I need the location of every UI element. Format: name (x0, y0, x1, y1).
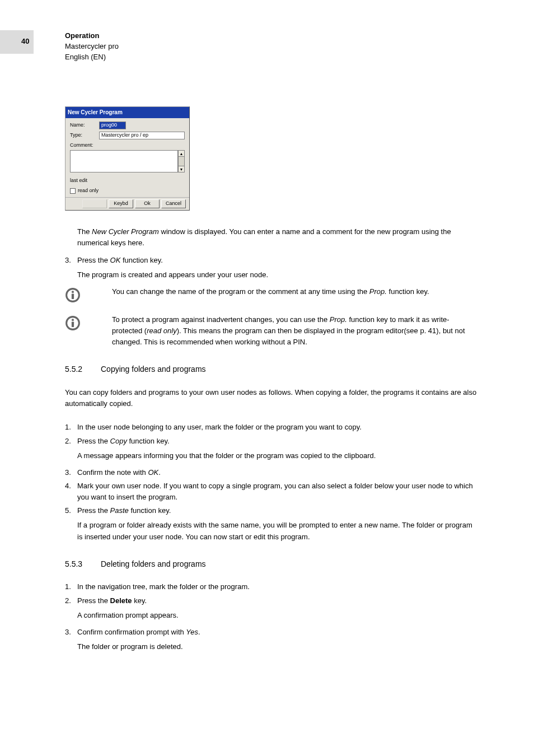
text-bold: Delete (110, 596, 132, 605)
text-italic: Copy (110, 437, 127, 445)
svg-rect-2 (72, 293, 74, 299)
header-line2: Mastercycler pro (65, 41, 119, 52)
scroll-down-icon[interactable]: ▼ (178, 166, 185, 172)
info-icon (65, 286, 112, 306)
list-body: In the navigation tree, mark the folder … (77, 581, 479, 592)
list-item: 2. Press the Delete key. (65, 595, 479, 606)
info-text: You can change the name of the program o… (112, 286, 479, 297)
scroll-up-icon[interactable]: ▲ (178, 150, 185, 157)
list-number: 3. (65, 467, 77, 478)
list-item: 3. Confirm the note with OK. (65, 467, 479, 478)
list-item: 1. In the navigation tree, mark the fold… (65, 581, 479, 592)
dialog-title: New Cycler Program (65, 107, 189, 118)
text: function key. (129, 506, 171, 515)
list-number: 5. (65, 505, 77, 516)
section-number: 5.5.3 (65, 558, 101, 571)
svg-rect-5 (72, 321, 74, 327)
text: function key. (387, 287, 429, 296)
text: To protect a program against inadvertent… (112, 315, 330, 324)
cancel-button[interactable]: Cancel (161, 199, 186, 208)
text-italic: read only (147, 326, 176, 335)
list-subtext: If a program or folder already exists wi… (77, 520, 479, 542)
text-italic: New Cycler Program (92, 227, 159, 236)
text: Press the (77, 506, 110, 515)
list-item: 3. Press the OK function key. (65, 255, 479, 266)
header-line3: English (EN) (65, 52, 119, 63)
text: Press the (77, 256, 110, 264)
list-number: 1. (65, 422, 77, 433)
page: 40 Operation Mastercycler pro English (E… (0, 0, 534, 756)
list-item: 4. Mark your own user node. If you want … (65, 480, 479, 503)
list-subtext: A confirmation prompt appears. (77, 610, 479, 621)
text: . (198, 628, 200, 636)
info-note: You can change the name of the program o… (65, 286, 479, 306)
list-item: 1. In the user node belonging to any use… (65, 422, 479, 433)
section-title: Copying folders and programs (101, 363, 206, 376)
new-cycler-program-dialog: New Cycler Program Name: prog00 Type: Ma… (65, 106, 190, 211)
text: Press the (77, 437, 110, 445)
list-subtext: A message appears informing you that the… (77, 450, 479, 461)
list-item: 5. Press the Paste function key. (65, 505, 479, 516)
text-italic: Paste (110, 506, 129, 515)
list-number: 3. (65, 627, 77, 638)
section-title: Deleting folders and programs (101, 558, 206, 571)
text: Confirm confirmation prompt with (77, 628, 186, 636)
list-number: 3. (65, 255, 77, 266)
comment-textarea[interactable] (70, 150, 178, 172)
info-icon (65, 314, 112, 334)
info-text: To protect a program against inadvertent… (112, 314, 479, 348)
list-subtext: The folder or program is deleted. (77, 641, 479, 652)
header-line1: Operation (65, 31, 119, 41)
paragraph: You can copy folders and programs to you… (65, 387, 479, 409)
spacer-button (82, 199, 107, 208)
list-body: Confirm confirmation prompt with Yes. (77, 627, 479, 638)
readonly-checkbox[interactable] (70, 188, 76, 194)
info-note: To protect a program against inadvertent… (65, 314, 479, 348)
ok-button[interactable]: Ok (135, 199, 160, 208)
section-number: 5.5.2 (65, 363, 101, 376)
text: key. (132, 596, 147, 605)
text-italic: Yes (186, 628, 198, 636)
dialog-footer: Keybd Ok Cancel (65, 197, 189, 210)
text: function key. (127, 437, 170, 445)
content: New Cycler Program Name: prog00 Type: Ma… (65, 106, 479, 658)
list-subtext: The program is created and appears under… (77, 269, 479, 281)
paragraph: The New Cycler Program window is display… (77, 226, 479, 249)
text: function key. (120, 256, 163, 264)
list-number: 4. (65, 480, 77, 503)
svg-point-1 (72, 291, 74, 293)
text: Confirm the note with (77, 468, 148, 477)
text: You can change the name of the program o… (112, 287, 369, 296)
list-body: Press the Paste function key. (77, 505, 479, 516)
list-number: 1. (65, 581, 77, 592)
list-item: 2. Press the Copy function key. (65, 436, 479, 447)
readonly-label: read only (78, 187, 99, 195)
comment-scrollbar[interactable]: ▲ ▼ (178, 150, 185, 172)
scroll-track[interactable] (178, 157, 185, 166)
list-body: Press the Delete key. (77, 595, 479, 606)
section-heading: 5.5.2 Copying folders and programs (65, 363, 479, 376)
section-heading: 5.5.3 Deleting folders and programs (65, 558, 479, 571)
list-body: Press the Copy function key. (77, 436, 479, 447)
list-body: In the user node belonging to any user, … (77, 422, 479, 433)
dialog-body: Name: prog00 Type: Mastercycler pro / ep… (65, 118, 189, 198)
keybd-button[interactable]: Keybd (109, 199, 133, 208)
text: The (77, 227, 92, 236)
list-body: Mark your own user node. If you want to … (77, 480, 479, 503)
page-number: 40 (21, 37, 29, 45)
svg-point-4 (72, 319, 74, 321)
comment-label: Comment: (70, 142, 185, 150)
text: Press the (77, 596, 110, 605)
type-input[interactable]: Mastercycler pro / ep (99, 132, 185, 139)
readonly-checkbox-row[interactable]: read only (70, 187, 185, 195)
text: . (158, 468, 161, 477)
text-italic: Prop. (369, 287, 387, 296)
list-number: 2. (65, 436, 77, 447)
text-italic: OK (110, 256, 121, 264)
name-input[interactable]: prog00 (99, 122, 126, 129)
name-label: Name: (70, 122, 99, 129)
text-italic: OK (148, 468, 158, 477)
text-italic: Prop. (330, 315, 347, 324)
running-header: Operation Mastercycler pro English (EN) (65, 31, 119, 63)
type-label: Type: (70, 132, 99, 139)
